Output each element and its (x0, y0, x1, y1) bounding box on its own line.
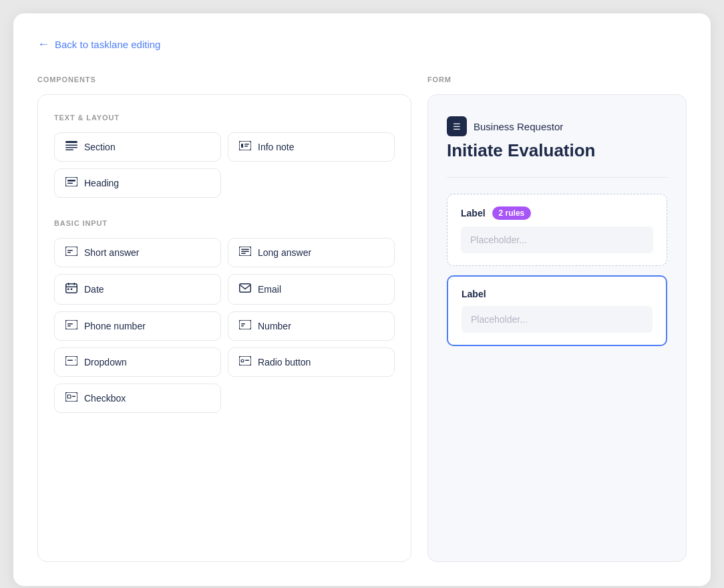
field-1-label-row: Label 2 rules (461, 206, 653, 220)
svg-rect-35 (245, 360, 249, 361)
svg-rect-32 (67, 360, 73, 361)
back-link-label: Back to tasklane editing (55, 39, 160, 50)
component-dropdown-label: Dropdown (84, 357, 127, 368)
component-checkbox-label: Checkbox (84, 393, 126, 404)
component-long-answer[interactable]: Long answer (228, 238, 395, 267)
component-info-note-label: Info note (258, 142, 295, 152)
field-1-rules-badge: 2 rules (492, 206, 532, 220)
component-heading[interactable]: Heading (54, 168, 221, 198)
component-number-label: Number (258, 321, 291, 331)
field-2-placeholder: Placeholder... (462, 306, 653, 333)
field-1-label: Label (461, 208, 486, 218)
svg-rect-1 (65, 145, 77, 146)
date-icon (65, 283, 77, 296)
svg-rect-30 (241, 325, 244, 327)
components-panel: TEXT & LAYOUT Section (37, 94, 411, 562)
short-answer-icon (65, 247, 77, 259)
heading-icon (65, 177, 77, 189)
form-org-name: Business Requestor (474, 121, 563, 132)
component-date-label: Date (84, 284, 104, 295)
svg-rect-38 (72, 396, 75, 398)
component-email[interactable]: Email (228, 274, 395, 305)
form-org-icon-box: ☰ (447, 116, 467, 136)
svg-rect-29 (241, 323, 245, 325)
form-section-label: FORM (427, 76, 687, 84)
email-icon (239, 283, 251, 295)
svg-rect-22 (67, 289, 69, 291)
component-section-label: Section (84, 142, 116, 152)
svg-rect-23 (71, 289, 73, 291)
right-panel: FORM ☰ Business Requestor Initiate Evalu… (427, 76, 687, 562)
long-answer-icon (239, 247, 251, 259)
component-phone-number-label: Phone number (84, 321, 146, 331)
svg-rect-21 (66, 287, 77, 288)
main-container: ← Back to tasklane editing COMPONENTS TE… (13, 13, 711, 586)
svg-rect-11 (65, 247, 77, 256)
form-panel: ☰ Business Requestor Initiate Evaluation… (427, 94, 687, 562)
checkbox-icon (65, 392, 77, 404)
svg-rect-12 (67, 250, 73, 251)
component-heading-label: Heading (84, 178, 119, 188)
form-org-icon: ☰ (453, 122, 461, 132)
svg-rect-9 (67, 180, 75, 182)
form-divider (447, 177, 667, 178)
dropdown-icon (65, 356, 77, 368)
component-section[interactable]: Section (54, 132, 221, 162)
section-icon (65, 141, 77, 153)
svg-rect-17 (241, 253, 246, 255)
field-2-label: Label (462, 289, 486, 299)
field-1-placeholder: Placeholder... (461, 227, 653, 253)
basic-input-grid: Short answer Long answer (54, 238, 395, 413)
component-radio-button-label: Radio button (258, 357, 311, 368)
field-2-label-row: Label (462, 289, 653, 299)
svg-point-34 (241, 359, 244, 362)
radio-button-icon (239, 356, 251, 368)
components-section-label: COMPONENTS (37, 76, 411, 84)
content-row: COMPONENTS TEXT & LAYOUT (37, 76, 687, 562)
svg-rect-24 (240, 284, 251, 293)
component-number[interactable]: Number (228, 311, 395, 341)
phone-number-icon (65, 320, 77, 332)
svg-rect-26 (67, 323, 73, 325)
svg-rect-16 (241, 251, 249, 253)
svg-rect-5 (241, 144, 243, 148)
svg-rect-8 (65, 177, 77, 186)
form-field-2[interactable]: Label Placeholder... (447, 275, 667, 346)
component-info-note[interactable]: Info note (228, 132, 395, 162)
svg-rect-37 (67, 395, 71, 398)
svg-rect-0 (65, 141, 77, 143)
svg-rect-25 (65, 320, 77, 329)
svg-rect-3 (65, 150, 73, 151)
number-icon (239, 320, 251, 332)
svg-rect-13 (67, 252, 71, 253)
form-title: Initiate Evaluation (447, 140, 667, 161)
svg-rect-20 (74, 283, 75, 285)
component-dropdown[interactable]: Dropdown (54, 347, 221, 377)
component-email-label: Email (258, 284, 281, 295)
back-arrow-icon: ← (37, 37, 49, 51)
basic-input-group-label: BASIC INPUT (54, 219, 395, 227)
component-phone-number[interactable]: Phone number (54, 311, 221, 341)
component-radio-button[interactable]: Radio button (228, 347, 395, 377)
svg-rect-10 (67, 183, 73, 184)
component-short-answer-label: Short answer (84, 247, 139, 258)
component-date[interactable]: Date (54, 274, 221, 305)
svg-rect-6 (244, 144, 249, 145)
left-panel: COMPONENTS TEXT & LAYOUT (37, 76, 411, 562)
component-checkbox[interactable]: Checkbox (54, 384, 221, 413)
svg-rect-7 (244, 146, 248, 147)
back-link[interactable]: ← Back to tasklane editing (37, 37, 687, 51)
svg-rect-28 (239, 320, 251, 329)
text-layout-grid: Section Info note (54, 132, 395, 198)
form-header: ☰ Business Requestor (447, 116, 667, 136)
info-note-icon (239, 141, 251, 153)
component-short-answer[interactable]: Short answer (54, 238, 221, 267)
text-layout-group-label: TEXT & LAYOUT (54, 114, 395, 122)
form-field-1[interactable]: Label 2 rules Placeholder... (447, 194, 667, 266)
svg-rect-2 (65, 147, 77, 148)
svg-rect-19 (68, 283, 69, 285)
component-long-answer-label: Long answer (258, 247, 311, 258)
svg-rect-27 (67, 325, 71, 327)
svg-rect-15 (241, 249, 249, 251)
